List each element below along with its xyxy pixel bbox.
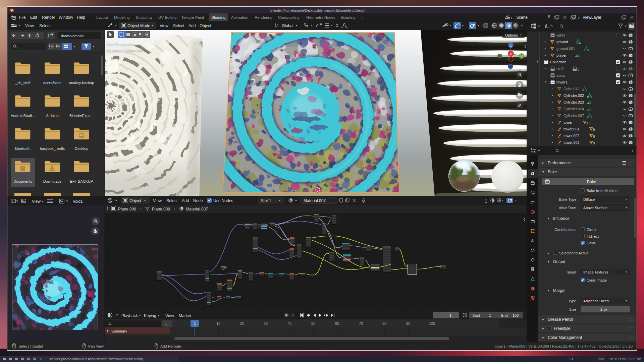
svg-text:X: X: [510, 52, 512, 56]
svg-text:Y: Y: [521, 55, 523, 58]
svg-text:Z: Z: [510, 44, 512, 47]
